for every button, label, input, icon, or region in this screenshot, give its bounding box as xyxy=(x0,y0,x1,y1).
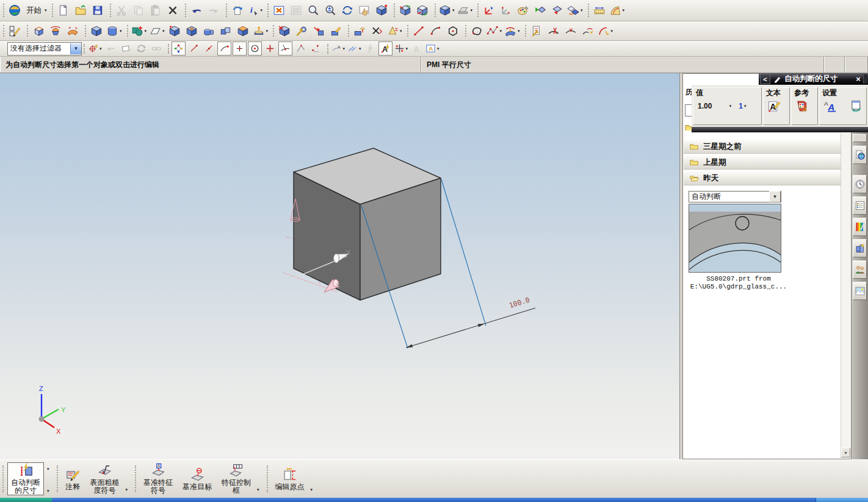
combobox-dropdown-icon[interactable]: ▼ xyxy=(70,43,81,54)
dialog-more-button[interactable] xyxy=(863,74,867,84)
measure-distance-button[interactable] xyxy=(591,2,607,18)
arc-button[interactable] xyxy=(428,23,444,39)
dropdown-arrow-icon[interactable]: ▾ xyxy=(47,467,49,472)
resource-bar-top-button[interactable] xyxy=(853,134,867,142)
web-browser-tab[interactable] xyxy=(853,146,867,164)
dropdown-arrow-icon[interactable]: ▾ xyxy=(400,29,402,34)
datum-target-button[interactable]: 基准目标 xyxy=(179,462,215,495)
dropdown-arrow-icon[interactable]: ▾ xyxy=(257,487,259,492)
annotation-preferences-button[interactable]: A▾ xyxy=(425,41,440,56)
dropdown-arrow-icon[interactable]: ▾ xyxy=(45,8,47,13)
datum-feature-symbol-button[interactable]: A基准特征符号 xyxy=(140,462,176,495)
dropdown-arrow-icon[interactable]: ▾ xyxy=(261,8,263,13)
draft-button[interactable]: ▾ xyxy=(386,23,403,39)
block-button[interactable] xyxy=(89,23,104,39)
information-button[interactable]: i▾ xyxy=(247,2,264,18)
zoom-window-button[interactable] xyxy=(305,2,321,18)
history-folder-row[interactable]: 上星期 xyxy=(684,155,841,171)
taskbar-start-segment[interactable] xyxy=(0,498,52,502)
edit-object-display-button[interactable] xyxy=(515,2,531,18)
enable-snap-point-button[interactable] xyxy=(172,41,186,56)
dropdown-arrow-icon[interactable]: ▾ xyxy=(729,104,732,109)
extrude-button[interactable] xyxy=(31,23,46,39)
dimension-value-field[interactable]: 1.00 ▾ xyxy=(696,100,733,112)
two-point-snap-button[interactable] xyxy=(309,41,323,56)
revolve-button[interactable] xyxy=(48,23,63,39)
dropdown-arrow-icon[interactable]: ▾ xyxy=(471,8,473,13)
nx-logo[interactable] xyxy=(7,2,23,18)
dropdown-arrow-icon[interactable]: ▾ xyxy=(47,489,49,493)
dropdown-arrow-icon[interactable]: ▾ xyxy=(437,46,439,51)
divide-curve-button[interactable] xyxy=(563,23,579,39)
open-file-button[interactable] xyxy=(73,2,89,18)
existing-point-snap-button[interactable] xyxy=(278,41,292,56)
surface-finish-symbol-button[interactable]: 表面粗糙度符号 xyxy=(87,462,123,495)
boss-button[interactable] xyxy=(201,23,217,39)
intersection-snap-button[interactable] xyxy=(233,41,247,56)
dropdown-arrow-icon[interactable]: ▾ xyxy=(126,487,128,492)
shell-button[interactable] xyxy=(235,23,251,39)
dropdown-arrow-icon[interactable]: ▼ xyxy=(769,191,781,203)
background-images-tab[interactable] xyxy=(853,282,867,300)
palette-scrollbar[interactable]: ▼ xyxy=(841,133,850,458)
new-file-button[interactable] xyxy=(56,2,71,18)
edit-appended-text-button[interactable]: A xyxy=(766,98,782,114)
reference-dimension-button[interactable] xyxy=(794,98,810,114)
start-menu-button[interactable]: 开始▾ xyxy=(24,2,48,18)
line-button[interactable] xyxy=(411,23,427,39)
dropdown-arrow-icon[interactable]: ▾ xyxy=(744,104,747,109)
delete-button[interactable] xyxy=(165,2,181,18)
datum-plane-button[interactable]: ▾ xyxy=(148,23,165,39)
move-face-button[interactable] xyxy=(328,23,344,39)
pan-view-button[interactable] xyxy=(356,2,372,18)
dialog-collapsed-strip[interactable] xyxy=(692,127,868,132)
shaded-display-button[interactable] xyxy=(374,2,389,18)
dropdown-arrow-icon[interactable]: ▾ xyxy=(452,8,455,13)
immediate-hide-button[interactable] xyxy=(549,2,565,18)
graphics-viewport[interactable]: 100.0 Z Y X xyxy=(0,73,679,459)
pattern-feature-button[interactable] xyxy=(352,23,367,39)
clip-work-section-button[interactable] xyxy=(414,2,430,18)
dimension-style-button[interactable]: ▾ xyxy=(394,41,409,56)
reset-settings-button[interactable] xyxy=(848,98,864,114)
selection-filter-combobox[interactable]: 没有选择过滤器 ▼ xyxy=(7,42,82,56)
erase-highlight-button[interactable] xyxy=(119,41,133,56)
through-curves-button[interactable]: ▾ xyxy=(504,23,521,39)
dimension-precision-field[interactable]: 1 ▾ xyxy=(737,100,759,112)
dropdown-arrow-icon[interactable]: ▾ xyxy=(406,46,408,51)
rotate-view-button[interactable] xyxy=(339,2,355,18)
polygon-button[interactable] xyxy=(445,23,461,39)
part-preview-thumbnail[interactable] xyxy=(689,204,781,273)
sketch-button[interactable] xyxy=(7,23,23,39)
chamfer-button[interactable] xyxy=(369,23,385,39)
history-folder-row[interactable]: 昨天 xyxy=(684,171,841,187)
mid-point-snap-button[interactable] xyxy=(202,41,216,56)
control-point-snap-button[interactable] xyxy=(217,41,231,56)
fit-view-button[interactable] xyxy=(271,2,287,18)
dropdown-arrow-icon[interactable]: ▾ xyxy=(623,8,625,13)
datum-csys-button[interactable] xyxy=(167,23,183,39)
unite-button[interactable]: ▾ xyxy=(131,23,148,39)
point-dialog-button[interactable]: ▾ xyxy=(331,41,346,56)
edit-curve-fillet-button[interactable]: ▾ xyxy=(597,23,614,39)
dropdown-arrow-icon[interactable]: ▾ xyxy=(343,46,345,51)
history-tab[interactable] xyxy=(853,175,867,193)
wcs-dynamics-button[interactable] xyxy=(481,2,497,18)
end-point-snap-button[interactable] xyxy=(187,41,201,56)
dropdown-arrow-icon[interactable]: ▾ xyxy=(145,29,147,34)
cylinder-button[interactable]: ▾ xyxy=(106,23,123,39)
refresh-display-button[interactable] xyxy=(230,2,245,18)
visual-effects-tab[interactable] xyxy=(853,218,867,236)
dropdown-arrow-icon[interactable]: ▾ xyxy=(162,29,165,34)
dropdown-arrow-icon[interactable]: ▾ xyxy=(120,29,122,34)
roles-tab[interactable] xyxy=(853,260,867,279)
offset-face-button[interactable]: ▾ xyxy=(252,23,269,39)
dropdown-arrow-icon[interactable]: ▾ xyxy=(611,29,613,34)
hole-button[interactable] xyxy=(184,23,200,39)
dropdown-arrow-icon[interactable]: ▾ xyxy=(266,29,269,34)
show-button[interactable]: ▾ xyxy=(566,2,584,18)
dropdown-arrow-icon[interactable]: ▾ xyxy=(580,8,583,13)
annotation-editor-button[interactable]: A xyxy=(378,41,392,56)
edit-origin-button[interactable]: 编辑原点 xyxy=(272,462,308,495)
dropdown-arrow-icon[interactable]: ▾ xyxy=(359,46,361,51)
